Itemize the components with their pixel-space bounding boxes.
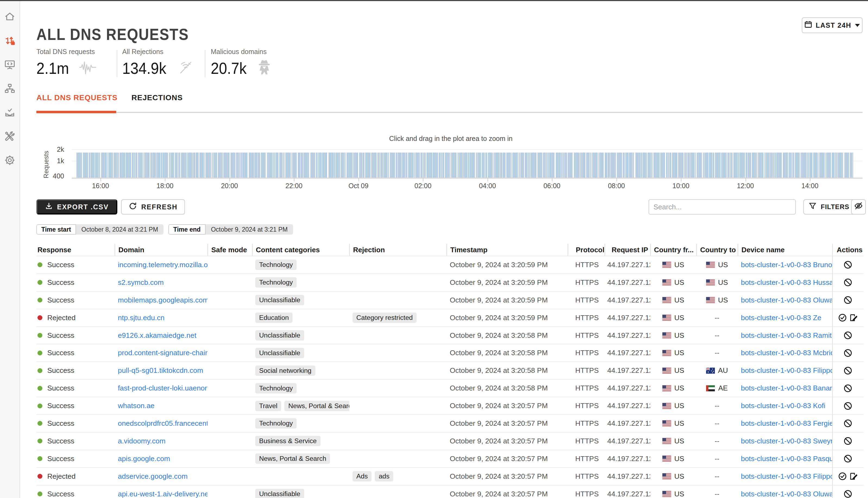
filters-button[interactable]: FILTERS: [803, 199, 855, 214]
table-row[interactable]: Successprod.content-signature-chains.Unc…: [36, 344, 864, 362]
block-domain-icon[interactable]: [844, 489, 852, 498]
col-header-domain[interactable]: Domain: [115, 244, 208, 256]
sidebar-item-devices[interactable]: [4, 60, 16, 72]
sidebar-item-home[interactable]: [4, 12, 16, 24]
tab-rejections[interactable]: REJECTIONS: [131, 93, 183, 102]
response-status: Success: [47, 384, 75, 392]
category-chip: News, Portal & Search: [255, 454, 330, 464]
device-name-link[interactable]: bots-cluster-1-v0-0-83 Ze: [741, 314, 821, 322]
time-start-filter[interactable]: Time start October 8, 2024 at 3:21 PM: [36, 224, 163, 235]
block-domain-icon[interactable]: [844, 384, 852, 393]
timestamp: October 9, 2024 at 3:20:59 PM: [447, 261, 568, 269]
device-name-link[interactable]: bots-cluster-1-v0-0-83 Oluwada: [741, 296, 832, 304]
col-header-rejection[interactable]: Rejection: [349, 244, 447, 256]
col-header-timestamp[interactable]: Timestamp: [447, 244, 568, 256]
col-header-response[interactable]: Response: [36, 244, 115, 256]
block-domain-icon[interactable]: [844, 437, 852, 445]
domain-link[interactable]: apis.google.com: [118, 455, 170, 463]
country-code: US: [674, 296, 684, 304]
table-row[interactable]: Successwhatson.aeTravelNews, Portal & Se…: [36, 397, 864, 414]
table-row[interactable]: Successincoming.telemetry.mozilla.orgTec…: [36, 256, 864, 273]
domain-link[interactable]: incoming.telemetry.mozilla.org: [118, 261, 208, 269]
table-row[interactable]: Successe9126.x.akamaiedge.netUnclassifia…: [36, 326, 864, 344]
date-range-selector[interactable]: LAST 24H: [802, 17, 863, 33]
search-input[interactable]: [648, 199, 796, 214]
table-row[interactable]: Successpull-q5-sg01.tiktokcdn.comSocial …: [36, 362, 864, 379]
col-header-request-ip[interactable]: Request IP: [605, 244, 650, 256]
col-header-safe-mode[interactable]: Safe mode: [208, 244, 252, 256]
us-flag-icon: [662, 385, 671, 391]
tab-all-dns-requests[interactable]: ALL DNS REQUESTS: [36, 93, 118, 102]
domain-link[interactable]: adservice.google.com: [118, 472, 188, 481]
col-header-country-to[interactable]: Country to: [696, 244, 738, 256]
device-name-link[interactable]: bots-cluster-1-v0-0-83 Pasquale: [741, 455, 832, 463]
device-name-link[interactable]: bots-cluster-1-v0-0-83 Hussain: [741, 278, 832, 287]
table-row[interactable]: Successa.vidoomy.comBusiness & ServiceOc…: [36, 432, 864, 450]
domain-link[interactable]: mobilemaps.googleapis.com: [118, 296, 208, 304]
block-domain-icon[interactable]: [844, 419, 852, 428]
block-domain-icon[interactable]: [844, 278, 852, 287]
domain-link[interactable]: onedscolprdfrc05.francecentra: [118, 419, 208, 428]
device-name-link[interactable]: bots-cluster-1-v0-0-83 Filippo: [741, 366, 832, 375]
domain-link[interactable]: e9126.x.akamaiedge.net: [118, 331, 196, 340]
approve-domain-icon[interactable]: [838, 472, 847, 481]
export-csv-label: EXPORT .CSV: [57, 203, 109, 211]
refresh-button[interactable]: REFRESH: [121, 199, 185, 214]
table-row[interactable]: Successapis.google.comNews, Portal & Sea…: [36, 450, 864, 467]
dns-requests-chart[interactable]: Click and drag in the plot area to zoom …: [0, 130, 868, 190]
table-row[interactable]: Successfast-prod-cluster-loki.uaenorth.T…: [36, 379, 864, 397]
table-row[interactable]: Successmobilemaps.googleapis.comUnclassi…: [36, 291, 864, 309]
sidebar-item-dns-security[interactable]: [4, 36, 16, 48]
table-row[interactable]: Rejectedntp.sjtu.edu.cnEducationCategory…: [36, 309, 864, 326]
domain-link[interactable]: ntp.sjtu.edu.cn: [118, 314, 165, 322]
signal-off-icon: [177, 59, 194, 78]
inbox-check-icon: [4, 106, 16, 120]
block-domain-icon[interactable]: [844, 366, 852, 375]
device-name-link[interactable]: bots-cluster-1-v0-0-83 Sweyn: [741, 437, 832, 445]
domain-link[interactable]: pull-q5-sg01.tiktokcdn.com: [118, 366, 203, 375]
block-domain-icon[interactable]: [844, 349, 852, 357]
domain-link[interactable]: s2.symcb.com: [118, 278, 164, 287]
content-categories-cell: Unclassifiable: [252, 330, 349, 341]
block-domain-icon[interactable]: [844, 402, 852, 410]
device-name-link[interactable]: bots-cluster-1-v0-0-83 Kofi: [741, 402, 825, 410]
domain-link[interactable]: fast-prod-cluster-loki.uaenorth.: [118, 384, 208, 392]
sidebar-item-network[interactable]: [4, 84, 16, 95]
rejection-cell: Category restricted: [349, 313, 447, 323]
domain-link[interactable]: prod.content-signature-chains.: [118, 349, 208, 357]
col-header-protocol[interactable]: Protocol: [568, 244, 605, 256]
timestamp: October 9, 2024 at 3:20:58 PM: [447, 331, 568, 340]
device-name-link[interactable]: bots-cluster-1-v0-0-83 Brunon: [741, 261, 832, 269]
export-csv-button[interactable]: EXPORT .CSV: [36, 199, 117, 214]
rejection-chip: Category restricted: [353, 313, 417, 323]
col-header-device-name[interactable]: Device name: [738, 244, 832, 256]
block-domain-icon[interactable]: [844, 296, 852, 304]
edit-rule-icon[interactable]: [849, 472, 858, 481]
hide-columns-button[interactable]: [851, 199, 866, 214]
domain-link[interactable]: api.eu-west-1.aiv-delivery.net: [118, 490, 208, 498]
col-header-content-categories[interactable]: Content categories: [252, 244, 349, 256]
device-name-link[interactable]: bots-cluster-1-v0-0-83 Banan: [741, 384, 832, 392]
block-domain-icon[interactable]: [844, 454, 852, 463]
chart-bars[interactable]: [77, 153, 853, 178]
device-name-link[interactable]: bots-cluster-1-v0-0-83 Oluwada: [741, 490, 832, 498]
device-name-link[interactable]: bots-cluster-1-v0-0-83 Filippo: [741, 472, 832, 481]
time-end-filter[interactable]: Time end October 9, 2024 at 3:21 PM: [168, 224, 293, 235]
us-flag-icon: [662, 332, 671, 338]
block-domain-icon[interactable]: [844, 260, 852, 269]
table-row[interactable]: Rejectedadservice.google.comAdsadsOctobe…: [36, 467, 864, 485]
device-name-link[interactable]: bots-cluster-1-v0-0-83 Ramit: [741, 331, 832, 340]
approve-domain-icon[interactable]: [838, 313, 847, 322]
edit-rule-icon[interactable]: [849, 313, 858, 322]
table-row[interactable]: Successs2.symcb.comTechnologyOctober 9, …: [36, 273, 864, 291]
col-header-country-from[interactable]: Country fr...: [650, 244, 696, 256]
domain-link[interactable]: a.vidoomy.com: [118, 437, 166, 445]
sidebar-item-approvals[interactable]: [4, 107, 16, 119]
block-domain-icon[interactable]: [844, 331, 852, 340]
device-name-link[interactable]: bots-cluster-1-v0-0-83 Mcbride: [741, 349, 832, 357]
table-row[interactable]: Successapi.eu-west-1.aiv-delivery.netUnc…: [36, 485, 864, 498]
device-name-link[interactable]: bots-cluster-1-v0-0-83 Fergie: [741, 419, 832, 428]
domain-link[interactable]: whatson.ae: [118, 402, 155, 410]
content-categories-cell: Unclassifiable: [252, 489, 349, 498]
table-row[interactable]: Successonedscolprdfrc05.francecentraTech…: [36, 414, 864, 432]
